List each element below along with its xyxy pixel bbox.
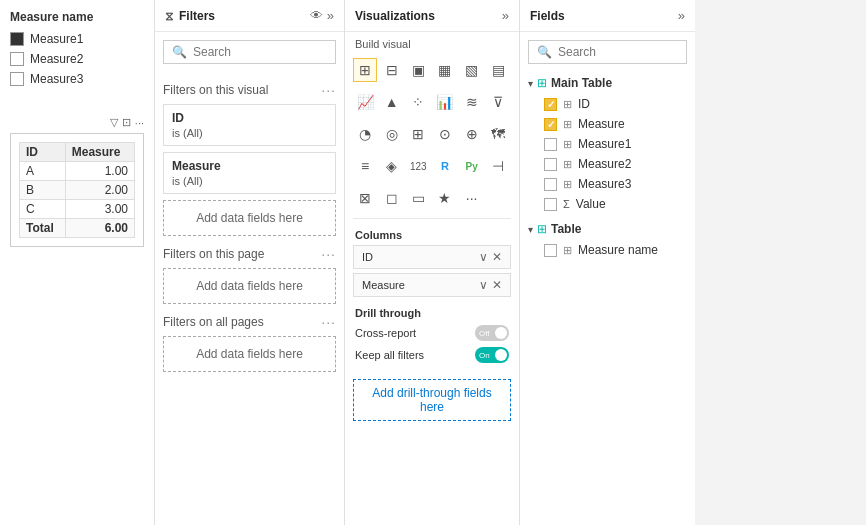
field-checkbox-measure[interactable] [544,118,557,131]
viz-icon-line[interactable]: 📈 [353,90,377,114]
viz-icon-more[interactable]: ··· [460,186,484,210]
viz-icon-waterfall[interactable]: ≋ [460,90,484,114]
filter-card-measure[interactable]: Measure is (All) [163,152,336,194]
field-label-measure-name: Measure name [578,243,658,257]
column-id-remove[interactable]: ✕ [492,250,502,264]
field-item-measure-name[interactable]: ⊞ Measure name [526,240,689,260]
field-item-id[interactable]: ⊞ ID [526,94,689,114]
field-group-main-table-header[interactable]: ▾ ⊞ Main Table [526,72,689,94]
column-chip-id[interactable]: ID ∨ ✕ [353,245,511,269]
viz-icon-chat[interactable]: ◻ [380,186,404,210]
column-chip-measure[interactable]: Measure ∨ ✕ [353,273,511,297]
filter-icon[interactable]: ▽ [110,116,118,129]
viz-icons-row1: ⊞ ⊟ ▣ ▦ ▧ ▤ [345,54,519,86]
visualizations-panel: Visualizations » Build visual ⊞ ⊟ ▣ ▦ ▧ … [345,0,520,525]
viz-icon-qna[interactable]: ⊠ [353,186,377,210]
field-checkbox-id[interactable] [544,98,557,111]
viz-icon-python[interactable]: Py [460,154,484,178]
cross-report-toggle[interactable]: Off [475,325,509,341]
viz-icon-custom[interactable]: ★ [433,186,457,210]
legend-label-2: Measure2 [30,52,83,66]
cell-measure-c: 3.00 [65,200,134,219]
viz-icon-stacked-bar[interactable]: ▧ [460,58,484,82]
fields-panel: Fields » 🔍 ▾ ⊞ Main Table ⊞ ID ⊞ M [520,0,695,525]
field-label-measure2: Measure2 [578,157,631,171]
drill-through-section: Drill through Cross-report Off Keep all … [345,301,519,375]
cell-measure-b: 2.00 [65,181,134,200]
field-item-measure1[interactable]: ⊞ Measure1 [526,134,689,154]
eye-icon[interactable]: 👁 [310,8,323,23]
viz-expand-icon[interactable]: » [502,8,509,23]
viz-icon-matrix[interactable]: ⊟ [380,58,404,82]
viz-icon-filled-map[interactable]: ◈ [380,154,404,178]
legend-title: Measure name [10,10,144,24]
more-icon[interactable]: ··· [135,117,144,129]
viz-icon-card[interactable]: ▣ [406,58,430,82]
field-checkbox-measure1[interactable] [544,138,557,151]
fields-expand-icon[interactable]: » [678,8,685,23]
filter-id-name: ID [172,111,327,125]
field-group-table-header[interactable]: ▾ ⊞ Table [526,218,689,240]
viz-icon-map[interactable]: 🗺 [486,122,510,146]
visual-filter-more[interactable]: ··· [321,82,336,98]
fields-header-icons: » [678,8,685,23]
filters-panel: ⧖ Filters 👁 » 🔍 Filters on this visual ·… [155,0,345,525]
filter-card-id[interactable]: ID is (All) [163,104,336,146]
viz-icon-funnel[interactable]: ⊽ [486,90,510,114]
field-checkbox-measure2[interactable] [544,158,557,171]
focus-icon[interactable]: ⊡ [122,116,131,129]
column-measure-remove[interactable]: ✕ [492,278,502,292]
field-item-measure3[interactable]: ⊞ Measure3 [526,174,689,194]
all-pages-filter-more[interactable]: ··· [321,314,336,330]
filters-search-input[interactable] [193,45,327,59]
column-measure-chevron[interactable]: ∨ [479,278,488,292]
viz-icon-donut[interactable]: ◎ [380,122,404,146]
viz-icon-combo[interactable]: 📊 [433,90,457,114]
viz-icon-clustered-bar[interactable]: ▤ [486,58,510,82]
viz-icon-kpi[interactable]: ⊕ [460,122,484,146]
viz-icon-pie[interactable]: ◔ [353,122,377,146]
field-checkbox-measure-name[interactable] [544,244,557,257]
viz-icon-area[interactable]: ▲ [380,90,404,114]
add-page-field[interactable]: Add data fields here [163,268,336,304]
viz-icon-slicer[interactable]: ≡ [353,154,377,178]
add-drillthrough-field[interactable]: Add drill-through fields here [353,379,511,421]
filters-search-box[interactable]: 🔍 [163,40,336,64]
viz-icon-123[interactable]: 123 [406,154,430,178]
field-item-measure2[interactable]: ⊞ Measure2 [526,154,689,174]
viz-icon-table[interactable]: ⊞ [353,58,377,82]
viz-icon-treemap[interactable]: ⊞ [406,122,430,146]
viz-icon-decomp[interactable]: ⊣ [486,154,510,178]
field-group-main-table: ▾ ⊞ Main Table ⊞ ID ⊞ Measure ⊞ Measure1 [526,72,689,214]
viz-icon-r[interactable]: R [433,154,457,178]
page-filter-more[interactable]: ··· [321,246,336,262]
fields-header: Fields » [520,0,695,32]
column-measure-label: Measure [362,279,405,291]
field-icon-measure2: ⊞ [563,158,572,171]
build-visual-label: Build visual [345,32,519,54]
column-id-label: ID [362,251,373,263]
viz-icons-row4: ≡ ◈ 123 R Py ⊣ [345,150,519,182]
add-visual-field[interactable]: Add data fields here [163,200,336,236]
field-item-value[interactable]: Σ Value [526,194,689,214]
expand-icon[interactable]: » [327,8,334,23]
viz-icon-bar[interactable]: ▦ [433,58,457,82]
viz-icon-shape[interactable]: ▭ [406,186,430,210]
viz-icon-gauge[interactable]: ⊙ [433,122,457,146]
cell-id-b: B [20,181,66,200]
keep-filters-toggle[interactable]: On [475,347,509,363]
fields-search-icon: 🔍 [537,45,552,59]
fields-search-box[interactable]: 🔍 [528,40,687,64]
add-all-pages-field[interactable]: Add data fields here [163,336,336,372]
legend-panel: Measure name Measure1 Measure2 Measure3 … [0,0,155,525]
column-id-chevron[interactable]: ∨ [479,250,488,264]
keep-filters-state: On [479,351,490,360]
field-checkbox-measure3[interactable] [544,178,557,191]
legend-item-1: Measure1 [10,32,144,46]
legend-swatch-3 [10,72,24,86]
fields-search-input[interactable] [558,45,678,59]
viz-icon-scatter[interactable]: ⁘ [406,90,430,114]
sigma-icon: Σ [563,198,570,210]
field-item-measure[interactable]: ⊞ Measure [526,114,689,134]
field-checkbox-value[interactable] [544,198,557,211]
